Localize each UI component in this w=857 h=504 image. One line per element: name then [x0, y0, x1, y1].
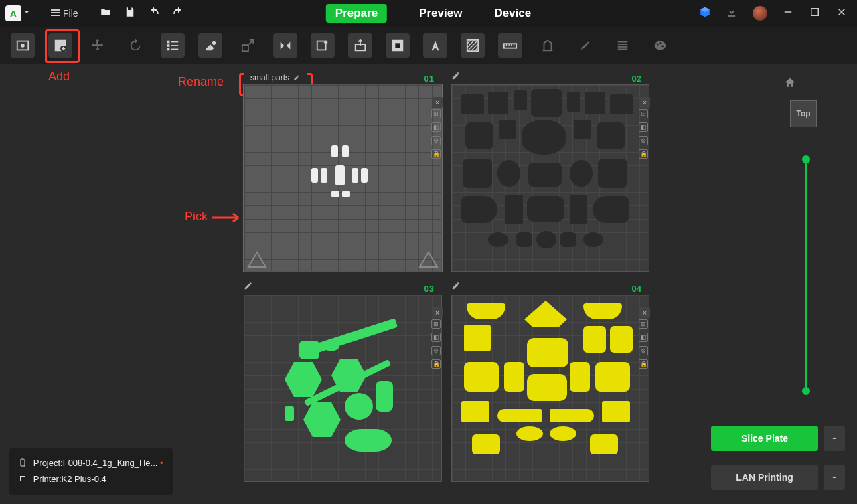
- open-icon[interactable]: [100, 6, 112, 21]
- plate-number: 01: [424, 74, 434, 84]
- download-icon[interactable]: [726, 6, 738, 21]
- svg-rect-7: [167, 44, 170, 47]
- tool-text-icon[interactable]: [423, 33, 447, 58]
- file-menu[interactable]: File: [51, 8, 78, 19]
- home-icon[interactable]: [783, 76, 797, 90]
- tool-measure-icon[interactable]: [498, 33, 522, 58]
- plate-orient-icon[interactable]: ◧: [639, 122, 648, 132]
- tool-hollow-icon[interactable]: [386, 33, 410, 58]
- svg-point-20: [657, 44, 659, 46]
- plate-close-icon[interactable]: ×: [432, 97, 443, 108]
- pencil-icon[interactable]: [451, 71, 461, 80]
- plate-arrange-icon[interactable]: ⊞: [639, 109, 648, 118]
- pencil-icon[interactable]: [451, 281, 461, 290]
- tool-list-icon[interactable]: [161, 33, 185, 58]
- tool-support-icon[interactable]: [536, 33, 560, 58]
- tool-erase-icon[interactable]: [198, 33, 222, 58]
- undo-icon[interactable]: [148, 6, 160, 21]
- main-area: 01 small parts × ⊞ ◧ ⚙ 🔒: [0, 64, 857, 504]
- tool-scale-icon[interactable]: [236, 33, 260, 58]
- svg-point-22: [661, 46, 664, 48]
- svg-rect-6: [167, 41, 170, 44]
- svg-rect-8: [167, 48, 170, 51]
- plate-settings-icon[interactable]: ⚙: [639, 136, 648, 145]
- zoom-slider[interactable]: [805, 159, 807, 391]
- status-project: Project:F008-0.4_1g_King_He... •: [19, 455, 163, 472]
- plate-lock-icon[interactable]: 🔒: [639, 149, 648, 159]
- document-icon: [19, 458, 27, 467]
- tool-add-box-icon[interactable]: [311, 33, 335, 58]
- tab-prepare[interactable]: Prepare: [326, 4, 387, 23]
- unsaved-indicator-icon: •: [160, 458, 163, 468]
- zoom-handle-top[interactable]: [802, 155, 810, 163]
- tool-capture-icon[interactable]: [11, 33, 35, 58]
- save-icon[interactable]: [124, 6, 136, 21]
- plate-lock-icon[interactable]: 🔒: [431, 149, 441, 159]
- plate-arrange-icon[interactable]: ⊞: [431, 319, 441, 329]
- app-logo-icon[interactable]: A: [5, 5, 21, 21]
- svg-rect-12: [242, 45, 248, 51]
- tool-export-icon[interactable]: [348, 33, 372, 58]
- svg-rect-16: [395, 43, 400, 48]
- plate-orient-icon[interactable]: ◧: [431, 333, 441, 342]
- plate-lock-icon[interactable]: 🔒: [639, 359, 648, 369]
- maximize-icon[interactable]: [809, 6, 821, 21]
- plate-name-tag[interactable]: small parts: [244, 71, 307, 84]
- warning-icon: [418, 251, 439, 268]
- tab-device[interactable]: Device: [494, 7, 531, 20]
- svg-rect-18: [504, 44, 516, 48]
- svg-rect-9: [171, 41, 178, 43]
- plate-close-icon[interactable]: ×: [639, 97, 650, 108]
- title-bar: A File Prepare Preview Device: [0, 0, 857, 27]
- plate-settings-icon[interactable]: ⚙: [431, 346, 441, 355]
- pencil-icon: [293, 74, 300, 81]
- pencil-icon[interactable]: [244, 281, 253, 290]
- tab-preview[interactable]: Preview: [419, 7, 462, 20]
- plate-close-icon[interactable]: ×: [639, 307, 650, 318]
- lan-printing-button[interactable]: LAN Printing: [711, 465, 818, 490]
- svg-rect-10: [171, 45, 178, 46]
- plate-close-icon[interactable]: ×: [432, 307, 443, 318]
- lan-printing-options-button[interactable]: [824, 465, 845, 490]
- user-avatar[interactable]: [753, 6, 767, 21]
- plate-settings-icon[interactable]: ⚙: [639, 346, 648, 355]
- tool-add-plate-icon[interactable]: [48, 33, 72, 58]
- plate-02[interactable]: 02 × ⊞ ◧ ⚙ 🔒: [451, 74, 649, 274]
- tool-rotate-icon[interactable]: [123, 33, 147, 58]
- slice-button[interactable]: Slice Plate: [711, 426, 818, 451]
- plate-number: 04: [632, 284, 641, 294]
- tool-paint-icon[interactable]: [648, 33, 672, 58]
- plate-lock-icon[interactable]: 🔒: [431, 359, 441, 369]
- svg-rect-23: [21, 477, 25, 481]
- plate-arrange-icon[interactable]: ⊞: [431, 109, 441, 118]
- plate-settings-icon[interactable]: ⚙: [431, 136, 441, 145]
- tool-mirror-icon[interactable]: [273, 33, 297, 58]
- plate-04[interactable]: 04 × ⊞ ◧ ⚙ 🔒: [451, 284, 649, 485]
- plate-orient-icon[interactable]: ◧: [639, 333, 648, 342]
- zoom-handle-bottom[interactable]: [802, 387, 810, 395]
- cube-icon[interactable]: [699, 6, 711, 21]
- tool-move-icon[interactable]: [86, 33, 110, 58]
- plate-01[interactable]: 01 small parts × ⊞ ◧ ⚙ 🔒: [244, 74, 442, 274]
- plate-03[interactable]: 03 × ⊞ ◧ ⚙ 🔒: [244, 284, 442, 485]
- status-printer: Printer:K2 Plus-0.4: [19, 471, 163, 488]
- close-icon[interactable]: [836, 6, 848, 21]
- plate-orient-icon[interactable]: ◧: [431, 122, 441, 132]
- tool-hatch-icon[interactable]: [461, 33, 485, 58]
- file-menu-label: File: [63, 8, 78, 19]
- slice-options-button[interactable]: [824, 426, 845, 451]
- status-panel: Project:F008-0.4_1g_King_He... • Printer…: [9, 448, 173, 495]
- svg-point-21: [660, 42, 662, 44]
- svg-rect-11: [171, 49, 178, 50]
- view-cube[interactable]: Top: [790, 100, 817, 127]
- tool-brush-icon[interactable]: [573, 33, 597, 58]
- minimize-icon[interactable]: [782, 6, 794, 21]
- plate-arrange-icon[interactable]: ⊞: [639, 319, 648, 329]
- plate-number: 03: [424, 284, 434, 294]
- svg-rect-0: [785, 11, 792, 13]
- toolbar: [0, 27, 857, 64]
- redo-icon[interactable]: [172, 6, 184, 21]
- plate-number: 02: [632, 74, 641, 84]
- tool-lines-icon[interactable]: [611, 33, 635, 58]
- svg-point-3: [21, 44, 25, 48]
